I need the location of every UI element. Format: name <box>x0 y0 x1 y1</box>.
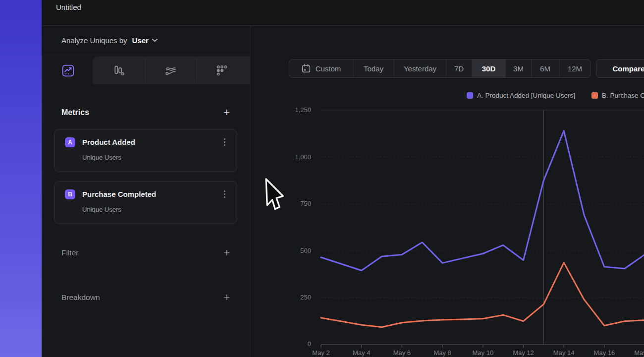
analyze-by-row: Analyze Uniques by User <box>42 26 250 55</box>
analyze-by-value: User <box>132 36 149 45</box>
tab-insights[interactable] <box>42 57 94 84</box>
legend-label: A. Product Added [Unique Users] <box>477 92 575 99</box>
range-label: 7D <box>454 64 464 73</box>
analyze-by-label: Analyze Uniques by <box>61 36 127 45</box>
y-axis-tick: 1,000 <box>250 153 311 161</box>
legend-item-b[interactable]: B. Purchase Completed [Unique Users] <box>591 91 644 99</box>
tab-funnels[interactable] <box>93 57 145 84</box>
analyze-by-dropdown[interactable]: User <box>132 36 158 45</box>
bar-chart-icon <box>112 64 125 77</box>
range-label: 6M <box>540 64 550 73</box>
range-label: Custom <box>316 64 341 73</box>
metric-measurement[interactable]: Unique Users <box>82 154 227 161</box>
retention-dots-icon <box>215 64 228 77</box>
line-chart-icon <box>62 64 74 77</box>
legend-swatch-orange <box>591 92 598 99</box>
breakdown-label: Breakdown <box>61 293 100 302</box>
metric-row: B Purchase Completed <box>65 189 227 199</box>
metrics-title: Metrics <box>61 108 89 117</box>
report-type-tabs <box>42 55 250 84</box>
legend-label: B. Purchase Completed [Unique Users] <box>602 92 644 99</box>
top-bar: Untitled <box>42 0 644 26</box>
y-axis-tick: 0 <box>250 340 311 348</box>
add-filter-button[interactable]: + <box>223 248 230 258</box>
filter-section: Filter + <box>61 248 230 258</box>
metric-badge: A <box>65 137 75 147</box>
metric-options-kebab-icon[interactable] <box>222 189 227 199</box>
range-label: 30D <box>482 64 496 73</box>
calendar-icon <box>301 63 311 73</box>
metrics-header: Metrics + <box>61 108 230 118</box>
range-label: Yesterday <box>404 64 436 73</box>
chart-panel: Custom Today Yesterday 7D 30D 3M 6M 12M … <box>250 26 644 357</box>
range-30d[interactable]: 30D <box>472 60 506 77</box>
metric-name: Purchase Completed <box>82 190 222 198</box>
metric-card-product-added[interactable]: A Product Added Unique Users <box>54 129 237 172</box>
add-breakdown-button[interactable]: + <box>223 293 230 302</box>
compare-button[interactable]: Compare <box>596 59 644 78</box>
legend-item-a[interactable]: A. Product Added [Unique Users] <box>467 91 575 99</box>
y-axis-tick: 750 <box>250 200 311 207</box>
metric-badge: B <box>65 189 75 199</box>
x-axis-tick: May 4 <box>353 349 370 357</box>
chart-plot[interactable] <box>321 110 644 349</box>
range-label: Today <box>364 64 383 73</box>
metric-name: Product Added <box>82 138 222 146</box>
x-axis-tick: May 2 <box>312 349 329 357</box>
y-axis-tick: 500 <box>250 247 311 254</box>
chevron-down-icon <box>152 39 158 42</box>
range-7d[interactable]: 7D <box>446 60 472 77</box>
range-today[interactable]: Today <box>353 60 394 77</box>
query-builder-sidebar: Analyze Uniques by User <box>42 26 250 357</box>
range-custom[interactable]: Custom <box>289 60 353 77</box>
metric-options-kebab-icon[interactable] <box>222 137 227 147</box>
x-axis-tick: May 8 <box>433 349 451 357</box>
breakdown-section: Breakdown + <box>61 293 230 302</box>
report-title[interactable]: Untitled <box>56 3 81 11</box>
range-3m[interactable]: 3M <box>506 60 532 77</box>
range-label: 12M <box>568 64 582 73</box>
x-axis-tick: May 18 <box>634 349 644 357</box>
range-6m[interactable]: 6M <box>532 60 559 77</box>
filter-label: Filter <box>61 248 78 257</box>
metric-card-purchase-completed[interactable]: B Purchase Completed Unique Users <box>54 181 237 224</box>
add-metric-button[interactable]: + <box>223 108 230 118</box>
date-range-control: Custom Today Yesterday 7D 30D 3M 6M 12M <box>289 59 591 78</box>
x-axis-tick: May 14 <box>553 349 575 357</box>
legend-swatch-purple <box>467 92 473 99</box>
range-label: 3M <box>513 64 524 73</box>
range-yesterday[interactable]: Yesterday <box>394 60 446 77</box>
x-axis-tick: May 10 <box>472 349 493 357</box>
y-axis-tick: 1,250 <box>250 106 311 114</box>
tab-flows[interactable] <box>144 57 197 84</box>
app-window: Untitled Analyze Uniques by User <box>0 0 644 357</box>
metric-measurement[interactable]: Unique Users <box>82 206 227 213</box>
x-axis-tick: May 16 <box>594 349 615 357</box>
x-axis-tick: May 6 <box>393 349 411 357</box>
range-12m[interactable]: 12M <box>559 60 590 77</box>
analytics-app: Untitled Analyze Uniques by User <box>42 0 644 357</box>
y-axis-tick: 250 <box>250 294 311 301</box>
tab-retention[interactable] <box>196 57 248 84</box>
metric-row: A Product Added <box>65 137 227 147</box>
flows-icon <box>164 64 177 77</box>
x-axis-tick: May 12 <box>513 349 534 357</box>
background-gradient-strip <box>0 0 42 357</box>
